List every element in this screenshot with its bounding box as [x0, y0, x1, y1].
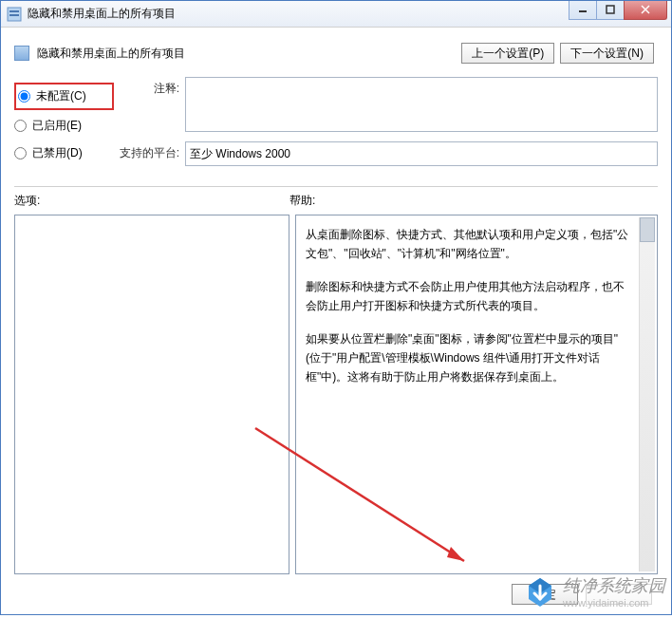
titlebar: 隐藏和禁用桌面上的所有项目 [1, 1, 671, 28]
help-paragraph: 删除图标和快捷方式不会防止用户使用其他方法启动程序，也不会防止用户打开图标和快捷… [306, 277, 630, 316]
watermark-logo-icon [523, 576, 557, 607]
disabled-label: 已禁用(D) [32, 145, 83, 161]
help-paragraph: 如果要从位置栏删除"桌面"图标，请参阅"位置栏中显示的项目"(位于"用户配置\管… [306, 329, 630, 387]
minimize-button[interactable] [569, 1, 597, 20]
disabled-radio[interactable] [14, 147, 27, 159]
platform-field: 至少 Windows 2000 [185, 141, 658, 166]
help-panel: 从桌面删除图标、快捷方式、其他默认项和用户定义项，包括"公文包"、"回收站"、"… [295, 215, 658, 574]
close-button[interactable] [624, 1, 667, 20]
options-panel [14, 215, 289, 574]
highlight-annotation: 未配置(C) [14, 83, 114, 110]
policy-icon [14, 46, 29, 61]
prev-setting-button[interactable]: 上一个设置(P) [461, 43, 554, 64]
window-icon [7, 7, 22, 22]
window-title: 隐藏和禁用桌面上的所有项目 [28, 6, 569, 22]
not-configured-radio[interactable] [18, 90, 30, 103]
window-controls [569, 1, 671, 20]
svg-rect-1 [9, 10, 19, 12]
comment-input[interactable] [185, 77, 658, 132]
watermark: 纯净系统家园 www.yidaimei.com [523, 574, 665, 609]
help-paragraph: 从桌面删除图标、快捷方式、其他默认项和用户定义项，包括"公文包"、"回收站"、"… [306, 225, 630, 264]
enabled-radio[interactable] [14, 120, 27, 132]
divider [14, 186, 658, 187]
policy-title: 隐藏和禁用桌面上的所有项目 [37, 46, 461, 62]
next-setting-button[interactable]: 下一个设置(N) [560, 43, 654, 64]
watermark-title: 纯净系统家园 [563, 574, 665, 597]
watermark-url: www.yidaimei.com [563, 597, 665, 609]
platform-label: 支持的平台: [114, 141, 185, 166]
svg-rect-2 [9, 14, 19, 16]
comment-label: 注释: [114, 77, 185, 132]
help-label: 帮助: [289, 193, 315, 209]
maximize-button[interactable] [596, 1, 625, 20]
svg-rect-4 [607, 6, 614, 13]
not-configured-label: 未配置(C) [36, 88, 86, 104]
enabled-label: 已启用(E) [32, 118, 82, 134]
options-label: 选项: [14, 193, 289, 209]
scrollbar-thumb[interactable] [640, 217, 655, 242]
